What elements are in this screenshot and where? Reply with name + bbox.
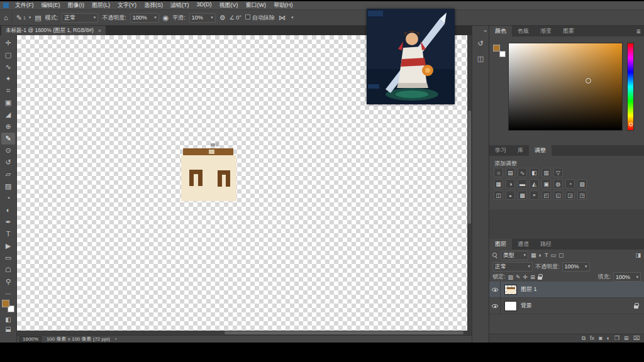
path-selection-tool[interactable]: ▶ <box>1 240 15 252</box>
layer-filter-icon[interactable]: ◐ <box>539 252 542 258</box>
expand-panels-icon[interactable]: « <box>484 28 487 34</box>
home-icon[interactable]: ⌂ <box>4 14 8 21</box>
layer-row[interactable]: 图层 1 <box>489 282 644 298</box>
layers-tab[interactable]: 通道 <box>512 239 535 250</box>
horizontal-scrollbar-thumb[interactable] <box>225 331 464 334</box>
adjustments-tab[interactable]: 学习 <box>489 145 512 156</box>
adjustment-icon[interactable]: ▨ <box>577 179 587 189</box>
opacity-dropdown[interactable]: 100% ▾ <box>130 13 159 23</box>
color-tab[interactable]: 图案 <box>557 26 580 36</box>
history-icon[interactable]: ↺ <box>475 38 486 49</box>
panel-menu-icon[interactable]: ≣ <box>636 28 641 35</box>
panel-color-swatches[interactable] <box>493 45 506 57</box>
edit-toolbar-icon[interactable]: ⋯ <box>5 290 11 297</box>
adjustment-icon[interactable]: ▤ <box>506 168 515 177</box>
healing-brush-tool[interactable]: ⊕ <box>1 121 15 133</box>
blend-mode-dropdown[interactable]: 正常 ▾ <box>492 262 533 272</box>
lock-option-icon[interactable]: ⊞ <box>530 274 535 280</box>
layers-action-icon[interactable]: ⊞ <box>624 336 629 341</box>
adjustment-icon[interactable]: ☼ <box>494 168 503 177</box>
layers-action-icon[interactable]: ⌧ <box>633 336 640 341</box>
hue-slider[interactable] <box>627 43 634 131</box>
vertical-scrollbar[interactable] <box>467 35 472 331</box>
fill-dropdown[interactable]: 100% ▾ <box>613 272 641 282</box>
menu-item[interactable]: 窗口(W) <box>242 1 270 9</box>
adjustment-icon[interactable]: ◑ <box>506 179 515 189</box>
menu-item[interactable]: 滤镜(T) <box>167 1 193 9</box>
crop-tool[interactable]: ⌗ <box>1 85 15 97</box>
foreground-color-swatch[interactable] <box>2 300 9 307</box>
adjustments-tab[interactable]: 库 <box>512 145 529 156</box>
menu-item[interactable]: 选择(S) <box>140 1 167 9</box>
layers-tab[interactable]: 图层 <box>489 239 512 250</box>
layer-filter-icon[interactable]: ▭ <box>550 252 556 258</box>
zoom-level-field[interactable]: 1600% <box>19 336 42 343</box>
adjustment-icon[interactable]: ◓ <box>530 190 539 200</box>
adjustment-icon[interactable]: ◒ <box>506 190 515 200</box>
history-brush-tool[interactable]: ↺ <box>1 156 15 168</box>
eyedropper-tool[interactable]: ◢ <box>1 109 15 121</box>
lock-all-icon[interactable] <box>538 277 542 280</box>
smoothing-options-gear-icon[interactable]: ⚙ <box>219 14 226 21</box>
search-icon[interactable] <box>492 253 498 258</box>
adjustment-icon[interactable]: ▬ <box>518 179 527 189</box>
adjustments-tab[interactable]: 调整 <box>529 145 552 156</box>
screen-mode-icon[interactable]: ⬓ <box>5 326 11 332</box>
layer-filter-icon[interactable]: ▦ <box>531 252 536 258</box>
menu-item[interactable]: 图像(I) <box>64 1 89 9</box>
lock-option-icon[interactable]: ▨ <box>508 274 514 280</box>
layers-action-icon[interactable]: ❐ <box>614 336 619 341</box>
adjustment-icon[interactable]: ▣ <box>541 179 551 189</box>
adjustment-icon[interactable]: ◲ <box>565 190 575 200</box>
pen-tool[interactable]: ✒ <box>1 216 15 228</box>
layer-filter-icon[interactable]: ▢ <box>558 252 564 258</box>
brush-settings-icon[interactable]: ▤ <box>35 14 41 21</box>
lock-option-icon[interactable]: ✎ <box>516 274 521 280</box>
lasso-tool[interactable]: ∿ <box>1 61 15 73</box>
adjustment-icon[interactable]: ◳ <box>577 190 587 200</box>
marquee-tool[interactable]: ▢ <box>1 49 15 61</box>
hue-marker[interactable] <box>629 123 633 126</box>
layers-action-icon[interactable]: ◐ <box>607 336 610 341</box>
quick-mask-icon[interactable]: ◧ <box>5 316 11 323</box>
pencil-tool[interactable]: ✎ <box>1 133 15 145</box>
foreground-color-swatch[interactable] <box>493 45 500 52</box>
menu-item[interactable]: 文件(F) <box>11 1 38 9</box>
layers-tab[interactable]: 路径 <box>535 239 557 250</box>
filter-toggle-icon[interactable]: ◨ <box>635 252 641 258</box>
mode-dropdown[interactable]: 正常 ▾ <box>62 13 98 23</box>
adjustment-icon[interactable]: ◰ <box>541 190 551 200</box>
brush-angle[interactable]: ∠ 0° <box>230 14 242 21</box>
menu-item[interactable]: 3D(D) <box>193 1 216 9</box>
adjustment-icon[interactable]: ◭ <box>530 179 539 189</box>
adjustment-icon[interactable]: ∿ <box>518 168 527 177</box>
background-color-swatch[interactable] <box>499 51 506 57</box>
adjustment-icon[interactable]: ▽ <box>553 168 563 177</box>
adjustment-icon[interactable]: ▦ <box>494 179 503 189</box>
layers-opacity-dropdown[interactable]: 100% ▾ <box>562 262 590 272</box>
lock-option-icon[interactable]: ✛ <box>523 274 528 280</box>
brush-preset-picker[interactable]: ✎ 1 ▾ <box>16 14 31 21</box>
horizontal-scrollbar[interactable] <box>17 331 467 335</box>
adjustment-icon[interactable]: ◔ <box>565 179 575 189</box>
shape-tool[interactable]: ▭ <box>1 252 15 264</box>
menu-item[interactable]: 文字(Y) <box>114 1 140 9</box>
quick-selection-tool[interactable]: ✦ <box>1 73 15 85</box>
adjustment-icon[interactable]: ▩ <box>518 190 527 200</box>
adjustment-icon[interactable]: ▥ <box>541 168 551 177</box>
layer-row[interactable]: 背景 <box>489 298 644 314</box>
menu-item[interactable]: 编辑(E) <box>38 1 64 9</box>
gradient-tool[interactable]: ▨ <box>1 180 15 192</box>
type-tool[interactable]: T <box>1 228 15 240</box>
color-swatches[interactable] <box>2 300 14 312</box>
layers-action-icon[interactable]: fx <box>590 336 594 341</box>
move-tool[interactable]: ✛ <box>1 37 15 49</box>
filter-type-dropdown[interactable]: 类型 ▾ <box>501 251 528 260</box>
hand-tool[interactable]: ☖ <box>1 264 15 276</box>
frame-tool[interactable]: ▣ <box>1 97 15 109</box>
color-tab[interactable]: 渐变 <box>535 26 557 36</box>
eraser-tool[interactable]: ▱ <box>1 168 15 180</box>
layers-action-icon[interactable]: ⧉ <box>582 336 586 341</box>
layers-action-icon[interactable]: ◙ <box>599 336 602 341</box>
color-cursor[interactable] <box>586 78 591 84</box>
